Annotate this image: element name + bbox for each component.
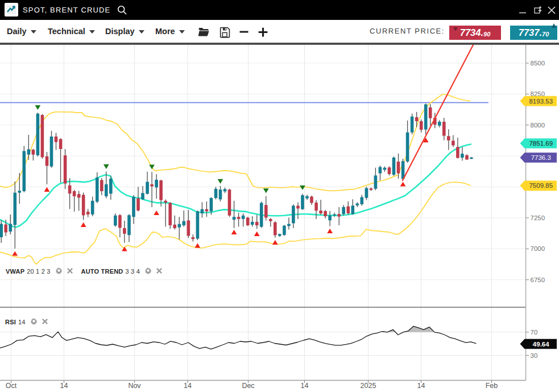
price-badge: 7509.85 [529, 182, 553, 189]
vwap-remove-icon[interactable] [67, 267, 73, 275]
candle-up [196, 211, 200, 238]
price-axis-label: 8500 [531, 60, 545, 67]
candle-up [411, 117, 414, 133]
candle-down [388, 167, 391, 174]
buy-signal-marker [231, 230, 237, 234]
time-axis-label: Dec [242, 382, 254, 390]
buy-signal-marker [400, 181, 406, 186]
candle-down [274, 222, 277, 236]
candle-up [342, 207, 345, 214]
auto-trend-remove-icon[interactable] [156, 267, 163, 275]
candle-up [146, 182, 149, 194]
candle-up [292, 206, 295, 224]
ask-price-main: 7737. [519, 27, 542, 38]
candle-up [301, 195, 304, 209]
ask-price-badge: 7737.70 [510, 26, 557, 40]
price-axis-label: 7000 [531, 245, 545, 252]
vwap-label: VWAP [6, 268, 24, 275]
time-axis-label: 14 [60, 382, 68, 390]
candle-up [91, 201, 94, 214]
buy-signal-marker [327, 229, 333, 233]
bollinger-upper-line [0, 94, 470, 191]
candle-up [18, 191, 22, 193]
vwap-settings-gear-icon[interactable] [55, 267, 63, 275]
vwap-params: 20 1 2 3 [27, 268, 50, 275]
ask-price-decimals: 70 [542, 31, 549, 38]
candle-down [310, 197, 313, 203]
bollinger-lower-line [0, 182, 470, 264]
candle-up [406, 133, 409, 162]
chart-window: SPOT, BRENT CRUDE Daily Technical Displa… [0, 0, 559, 392]
candle-down [164, 201, 167, 203]
buy-signal-marker [12, 251, 18, 255]
candle-up [305, 196, 309, 199]
candle-down [82, 195, 85, 215]
candle-up [333, 214, 336, 216]
candle-up [36, 114, 40, 155]
candle-down [168, 203, 172, 225]
candle-down [205, 209, 209, 212]
price-axis-label: 6750 [531, 277, 545, 283]
candle-down [337, 214, 341, 217]
price-badge: 7736.3 [531, 154, 551, 161]
time-axis-label: Feb [486, 382, 498, 390]
rsi-settings-gear-icon[interactable] [30, 317, 38, 326]
time-axis-label: 14 [417, 382, 425, 390]
candle-up [251, 222, 254, 225]
candle-up [470, 158, 473, 159]
candle-up [210, 198, 213, 211]
candle-up [0, 224, 3, 237]
candle-up [356, 204, 359, 205]
candle-down [420, 121, 423, 130]
candle-down [296, 206, 300, 209]
rsi-remove-icon[interactable] [42, 318, 48, 326]
candle-up [260, 203, 263, 227]
price-down-arrow-icon [453, 27, 458, 31]
candle-down [246, 218, 250, 226]
candle-up [361, 197, 364, 204]
candle-up [127, 215, 131, 235]
candle-up [96, 178, 99, 202]
buy-signal-marker [272, 240, 278, 245]
candle-down [64, 155, 67, 184]
price-axis-label: 7250 [531, 214, 545, 221]
candle-up [114, 216, 117, 226]
candle-down [73, 191, 76, 196]
candle-up [374, 175, 378, 188]
auto-trend-settings-gear-icon[interactable] [144, 267, 152, 275]
buy-signal-marker [254, 232, 260, 236]
candle-down [68, 185, 72, 193]
candle-up [14, 193, 17, 225]
candle-down [264, 205, 268, 217]
candle-up [424, 104, 428, 129]
candle-up [383, 168, 387, 170]
candle-up [183, 221, 186, 225]
candle-down [59, 139, 63, 149]
bid-price-decimals: 90 [483, 31, 490, 38]
candle-up [223, 189, 227, 191]
candle-up [214, 189, 218, 198]
candle-up [155, 180, 158, 188]
candle-down [324, 211, 327, 216]
candle-up [242, 216, 245, 219]
trend-line [403, 44, 474, 181]
candle-up [178, 224, 181, 228]
candle-up [50, 137, 53, 167]
candle-down [187, 220, 191, 236]
candle-down [45, 156, 49, 166]
candle-down [118, 215, 122, 228]
candle-up [109, 179, 113, 193]
auto-trend-params: 3 3 4 [125, 268, 139, 275]
price-chart[interactable]: 8500825080007250700067507030Oct14Nov14De… [0, 0, 559, 392]
rsi-label: RSI [5, 319, 16, 325]
price-up-arrow-icon [552, 23, 556, 28]
time-axis-label: 14 [184, 382, 192, 390]
candle-down [429, 108, 432, 118]
candle-down [41, 115, 44, 157]
candle-up [438, 122, 441, 126]
candle-up [141, 193, 144, 199]
time-axis-label: Oct [6, 382, 17, 390]
candle-down [100, 180, 103, 192]
candle-up [351, 205, 355, 214]
candle-down [370, 188, 373, 190]
